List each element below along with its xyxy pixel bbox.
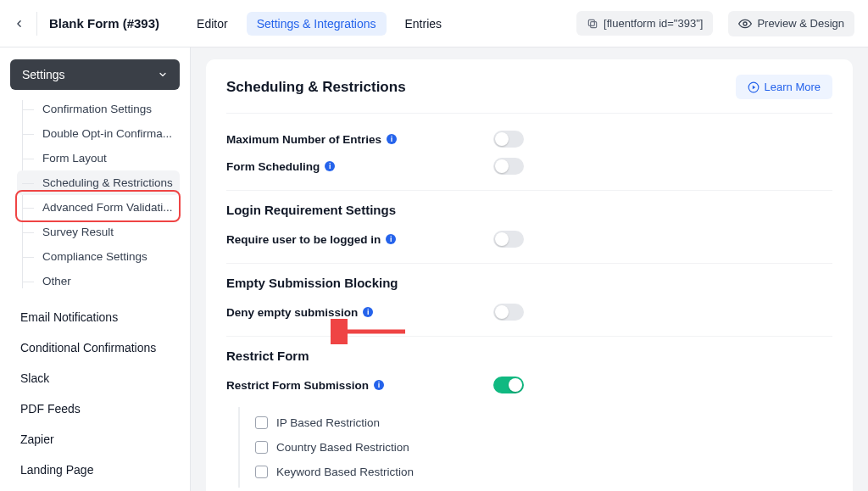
toggle-deny-empty[interactable]: [493, 304, 524, 321]
chevron-down-icon: [158, 70, 168, 80]
settings-card: Scheduling & Restrictions Learn More Max…: [206, 59, 853, 491]
label-restrict-submission: Restrict Form Submission: [226, 379, 369, 392]
sidebar-item-scheduling-restrictions[interactable]: Scheduling & Restrictions: [17, 170, 180, 195]
section-restrict-form: Restrict Form Restrict Form Submission i…: [226, 336, 832, 491]
tab-settings-integrations[interactable]: Settings & Integrations: [247, 12, 387, 36]
sidebar-item-other[interactable]: Other: [17, 269, 180, 293]
section-login-requirement: Login Requirement Settings Require user …: [226, 190, 832, 263]
topbar: Blank Form (#393) Editor Settings & Inte…: [0, 0, 868, 47]
sidebar-link-slack[interactable]: Slack: [10, 363, 180, 393]
sidebar-settings-header[interactable]: Settings: [10, 59, 180, 90]
section-entries-scheduling: Maximum Number of Entries i Form Schedul…: [226, 113, 832, 190]
shortcode-text: [fluentform id="393"]: [604, 17, 703, 30]
back-button[interactable]: [14, 12, 37, 36]
learn-more-label: Learn More: [765, 81, 821, 93]
sidebar-item-confirmation-settings[interactable]: Confirmation Settings: [17, 97, 180, 121]
toggle-require-login[interactable]: [493, 231, 524, 248]
preview-design-button[interactable]: Preview & Design: [728, 11, 854, 36]
sidebar-link-zapier[interactable]: Zapier: [10, 424, 180, 455]
sidebar-link-pdf-feeds[interactable]: PDF Feeds: [10, 393, 180, 424]
info-icon[interactable]: i: [363, 307, 373, 317]
svg-point-2: [743, 22, 747, 25]
toggle-restrict-submission[interactable]: [493, 377, 524, 393]
sidebar-link-landing-page[interactable]: Landing Page: [10, 455, 180, 485]
check-country-restriction[interactable]: Country Based Restriction: [255, 435, 832, 460]
sidebar: Settings Confirmation Settings Double Op…: [0, 47, 191, 491]
preview-text: Preview & Design: [757, 17, 844, 30]
play-circle-icon: [748, 81, 760, 93]
sidebar-header-label: Settings: [22, 68, 65, 81]
chevron-left-icon: [14, 18, 25, 30]
section-title-restrict: Restrict Form: [226, 349, 832, 363]
tab-editor[interactable]: Editor: [186, 12, 238, 36]
info-icon[interactable]: i: [374, 380, 384, 390]
info-icon[interactable]: i: [387, 134, 397, 144]
section-empty-submission: Empty Submission Blocking Deny empty sub…: [226, 263, 832, 336]
checkbox[interactable]: [255, 441, 268, 454]
tab-entries[interactable]: Entries: [395, 12, 453, 36]
check-label-country: Country Based Restriction: [276, 441, 409, 454]
shortcode-button[interactable]: [fluentform id="393"]: [576, 11, 713, 36]
sidebar-link-email-notifications[interactable]: Email Notifications: [10, 302, 180, 332]
copy-icon: [587, 18, 598, 30]
section-title-login: Login Requirement Settings: [226, 203, 832, 217]
sidebar-item-double-optin[interactable]: Double Opt-in Confirma...: [17, 121, 180, 146]
info-icon[interactable]: i: [386, 234, 396, 244]
label-form-scheduling: Form Scheduling: [226, 160, 320, 173]
check-label-keyword: Keyword Based Restriction: [276, 466, 414, 478]
toggle-form-scheduling[interactable]: [493, 158, 524, 175]
sidebar-item-advanced-validation[interactable]: Advanced Form Validati...: [17, 195, 180, 220]
section-title-empty: Empty Submission Blocking: [226, 276, 832, 290]
label-max-entries: Maximum Number of Entries: [226, 133, 381, 146]
page-title: Scheduling & Restrictions: [226, 79, 406, 96]
settings-tree: Confirmation Settings Double Opt-in Conf…: [10, 97, 180, 293]
svg-rect-1: [588, 20, 594, 25]
svg-rect-0: [591, 21, 597, 27]
label-deny-empty: Deny empty submission: [226, 306, 358, 319]
form-title: Blank Form (#393): [49, 16, 159, 31]
checkbox[interactable]: [255, 416, 268, 429]
check-label-ip: IP Based Restriction: [276, 416, 380, 429]
sidebar-link-conditional-confirmations[interactable]: Conditional Confirmations: [10, 332, 180, 363]
info-icon[interactable]: i: [325, 161, 335, 171]
restrict-options: IP Based Restriction Country Based Restr…: [238, 407, 832, 488]
top-tabs: Editor Settings & Integrations Entries: [186, 12, 452, 36]
label-require-login: Require user to be logged in: [226, 233, 381, 246]
eye-icon: [738, 17, 752, 31]
learn-more-button[interactable]: Learn More: [736, 75, 832, 99]
checkbox[interactable]: [255, 466, 268, 478]
check-keyword-restriction[interactable]: Keyword Based Restriction: [255, 460, 832, 484]
check-ip-restriction[interactable]: IP Based Restriction: [255, 410, 832, 435]
main-content: Scheduling & Restrictions Learn More Max…: [191, 47, 868, 491]
sidebar-item-survey-result[interactable]: Survey Result: [17, 220, 180, 244]
sidebar-item-form-layout[interactable]: Form Layout: [17, 146, 180, 170]
toggle-max-entries[interactable]: [493, 131, 524, 148]
sidebar-item-compliance-settings[interactable]: Compliance Settings: [17, 244, 180, 269]
